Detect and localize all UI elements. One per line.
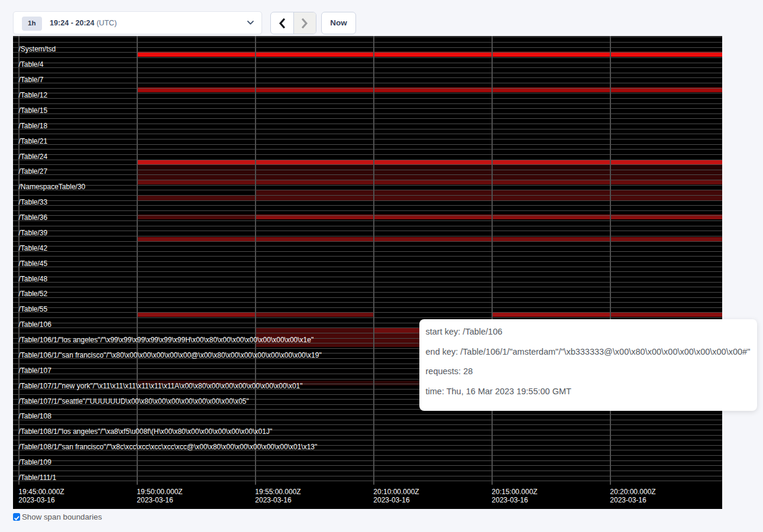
svg-text:/Table/36: /Table/36: [19, 213, 48, 222]
svg-text:/Table/106/1/"san francisco"/": /Table/106/1/"san francisco"/"\x80\x00\x…: [19, 351, 322, 359]
svg-text:/Table/18: /Table/18: [19, 122, 48, 130]
svg-text:/Table/39: /Table/39: [19, 229, 48, 237]
svg-text:2023-03-16: 2023-03-16: [492, 496, 528, 504]
svg-text:/Table/33: /Table/33: [19, 198, 48, 206]
svg-text:/Table/108: /Table/108: [19, 412, 52, 420]
svg-text:2023-03-16: 2023-03-16: [18, 496, 55, 504]
svg-text:/System/tsd: /System/tsd: [19, 45, 56, 53]
svg-text:2023-03-16: 2023-03-16: [255, 496, 292, 504]
svg-text:/Table/48: /Table/48: [19, 275, 48, 283]
svg-text:/Table/107: /Table/107: [19, 366, 52, 375]
svg-text:20:20:00.000Z: 20:20:00.000Z: [610, 488, 655, 496]
svg-text:/Table/108/1/"san francisco"/": /Table/108/1/"san francisco"/"\x8c\xcc\x…: [19, 443, 318, 451]
svg-text:20:15:00.000Z: 20:15:00.000Z: [492, 488, 537, 496]
svg-text:2023-03-16: 2023-03-16: [373, 496, 410, 504]
svg-text:/Table/27: /Table/27: [19, 167, 48, 176]
svg-text:19:45:00.000Z: 19:45:00.000Z: [18, 488, 64, 496]
svg-text:/Table/12: /Table/12: [19, 91, 48, 99]
svg-text:19:55:00.000Z: 19:55:00.000Z: [255, 488, 300, 496]
svg-text:/Table/52: /Table/52: [19, 290, 48, 298]
svg-text:/Table/106: /Table/106: [19, 320, 52, 329]
svg-text:/NamespaceTable/30: /NamespaceTable/30: [19, 183, 86, 191]
svg-text:/Table/107/1/"seattle"/"UUUUUU: /Table/107/1/"seattle"/"UUUUUUD\x00\x80\…: [19, 397, 249, 406]
svg-text:/Table/45: /Table/45: [19, 259, 48, 268]
svg-text:/Table/107/1/"new york"/"\x11\: /Table/107/1/"new york"/"\x11\x11\x11\x1…: [19, 382, 303, 390]
svg-text:/Table/106/1/"los angeles"/"\x: /Table/106/1/"los angeles"/"\x99\x99\x99…: [19, 336, 314, 344]
svg-text:/Table/42: /Table/42: [19, 244, 48, 252]
svg-text:/Table/21: /Table/21: [19, 137, 48, 145]
svg-text:/Table/111/1: /Table/111/1: [19, 473, 57, 482]
svg-text:/Table/7: /Table/7: [19, 76, 44, 84]
svg-text:/Table/15: /Table/15: [19, 106, 48, 115]
svg-text:/Table/108/1/"los angeles"/"\x: /Table/108/1/"los angeles"/"\xa8\xf5\u00…: [19, 427, 273, 436]
svg-text:/Table/4: /Table/4: [19, 60, 44, 69]
svg-text:19:50:00.000Z: 19:50:00.000Z: [137, 488, 182, 496]
svg-text:2023-03-16: 2023-03-16: [137, 496, 173, 504]
svg-text:/Table/109: /Table/109: [19, 458, 52, 466]
svg-text:2023-03-16: 2023-03-16: [610, 496, 646, 504]
svg-text:/Table/55: /Table/55: [19, 305, 48, 313]
svg-text:20:10:00.000Z: 20:10:00.000Z: [373, 488, 419, 496]
svg-text:/Table/24: /Table/24: [19, 153, 48, 161]
